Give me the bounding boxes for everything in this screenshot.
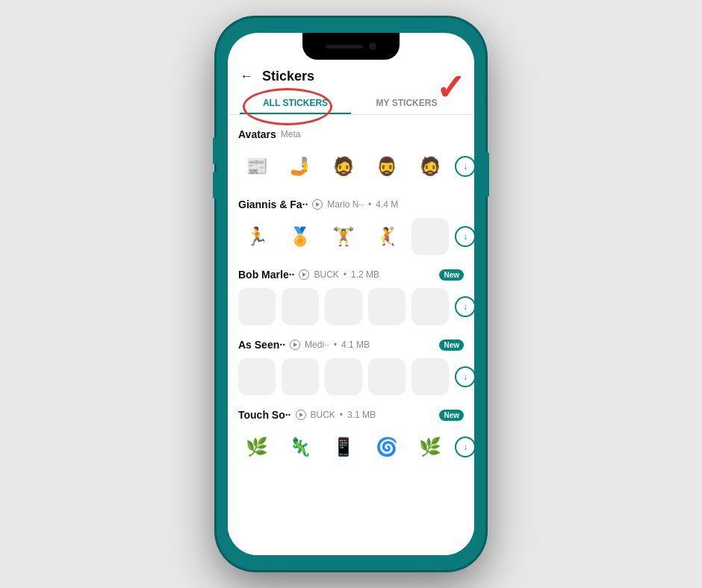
volume-down-button[interactable] — [213, 172, 217, 198]
back-button[interactable]: ← — [240, 69, 253, 84]
section-title-asseen: As Seen·· — [238, 339, 285, 351]
section-creator-giannis: Mario N·· — [327, 199, 364, 210]
download-button-asseen[interactable] — [455, 366, 474, 387]
speaker — [326, 45, 363, 49]
sticker-thumb[interactable] — [325, 358, 362, 395]
sticker-thumb[interactable]: 🤳 — [282, 148, 319, 185]
phone-screen: ← Stickers ALL STICKERS MY STICKERS — [228, 33, 474, 555]
header: ← Stickers ALL STICKERS MY STICKERS — [228, 60, 474, 115]
play-icon-bobmarle[interactable] — [299, 269, 309, 280]
sticker-thumb[interactable]: 🧔 — [325, 148, 362, 185]
sticker-thumb[interactable]: 🤾 — [368, 218, 406, 255]
sticker-thumb[interactable]: 🌿 — [411, 428, 449, 466]
sticker-thumb[interactable] — [238, 288, 276, 325]
sticker-thumb[interactable] — [238, 358, 276, 395]
play-icon-giannis[interactable] — [312, 199, 323, 210]
camera — [369, 43, 376, 50]
section-header-asseen: As Seen·· Medi·· • 4.1 MB New — [228, 331, 474, 355]
download-button-touchso[interactable] — [455, 437, 474, 457]
sticker-thumb[interactable] — [411, 288, 449, 325]
sticker-thumb[interactable]: 🏃 — [238, 218, 276, 255]
section-meta-avatars: Meta — [281, 129, 301, 140]
download-button-avatars[interactable] — [455, 156, 474, 177]
section-header-avatars: Avatars Meta — [228, 121, 474, 145]
section-creator-asseen: Medi·· — [305, 340, 329, 350]
sticker-list[interactable]: Avatars Meta 📰 🤳 🧔 🧔‍♂️ 🧔 — [228, 115, 474, 555]
section-title-touchso: Touch So·· — [238, 409, 291, 421]
sticker-thumb[interactable] — [282, 358, 319, 395]
tabs: ALL STICKERS MY STICKERS — [240, 92, 462, 114]
power-button[interactable] — [485, 152, 489, 197]
section-bobmarle: Bob Marle·· BUCK • 1.2 MB New — [228, 261, 474, 328]
new-badge-bobmarle: New — [439, 269, 464, 281]
section-header-bobmarle: Bob Marle·· BUCK • 1.2 MB New — [228, 261, 474, 285]
sticker-row-avatars: 📰 🤳 🧔 🧔‍♂️ 🧔 — [228, 145, 474, 188]
sticker-thumb[interactable] — [411, 218, 449, 255]
sticker-thumb[interactable] — [368, 358, 406, 395]
sticker-row-bobmarle — [228, 285, 474, 328]
download-button-bobmarle[interactable] — [455, 296, 474, 317]
play-icon-asseen[interactable] — [290, 340, 300, 350]
phone-frame: ← Stickers ALL STICKERS MY STICKERS — [217, 18, 485, 570]
new-badge-touchso: New — [439, 410, 464, 421]
section-header-touchso: Touch So·· BUCK • 3.1 MB New — [228, 401, 474, 425]
sticker-thumb[interactable]: 📱 — [325, 428, 362, 466]
section-creator-bobmarle: BUCK — [314, 269, 338, 280]
sticker-thumb[interactable]: 🏅 — [282, 218, 319, 255]
sticker-thumb[interactable]: 🧔 — [411, 148, 449, 185]
sticker-thumb[interactable]: 🦎 — [282, 428, 319, 466]
sticker-thumb[interactable] — [282, 288, 319, 325]
sticker-thumb[interactable] — [368, 288, 406, 325]
section-touchso: Touch So·· BUCK • 3.1 MB New 🌿 🦎 📱 🌀 🌿 — [228, 401, 474, 469]
sticker-thumb[interactable] — [325, 288, 362, 325]
volume-up-button[interactable] — [213, 137, 217, 164]
section-avatars: Avatars Meta 📰 🤳 🧔 🧔‍♂️ 🧔 — [228, 121, 474, 188]
sticker-thumb[interactable] — [411, 358, 449, 395]
screen-content: ← Stickers ALL STICKERS MY STICKERS — [228, 60, 474, 555]
sticker-thumb[interactable]: 🌿 — [238, 428, 276, 466]
sticker-thumb[interactable]: 🌀 — [368, 428, 406, 466]
sticker-thumb[interactable]: 🏋️ — [325, 218, 362, 255]
section-size-giannis: 4.4 M — [376, 199, 398, 210]
tab-all-stickers[interactable]: ALL STICKERS — [240, 92, 351, 114]
notch — [302, 33, 400, 60]
section-title-giannis: Giannis & Fa·· — [238, 198, 308, 210]
sticker-row-giannis: 🏃 🏅 🏋️ 🤾 — [228, 215, 474, 258]
sticker-thumb[interactable]: 📰 — [238, 148, 276, 185]
section-header-giannis: Giannis & Fa·· Mario N·· • 4.4 M — [228, 191, 474, 215]
new-badge-asseen: New — [439, 340, 464, 351]
section-creator-touchso: BUCK — [311, 410, 335, 420]
section-asseen: As Seen·· Medi·· • 4.1 MB New — [228, 331, 474, 398]
section-giannis: Giannis & Fa·· Mario N·· • 4.4 M 🏃 🏅 🏋️ … — [228, 191, 474, 258]
section-size-asseen: 4.1 MB — [341, 340, 370, 350]
section-title-bobmarle: Bob Marle·· — [238, 269, 294, 281]
sticker-thumb[interactable]: 🧔‍♂️ — [368, 148, 406, 185]
sticker-row-asseen — [228, 355, 474, 398]
section-title-avatars: Avatars — [238, 128, 276, 140]
header-top: ← Stickers — [240, 69, 462, 84]
sticker-row-touchso: 🌿 🦎 📱 🌀 🌿 — [228, 425, 474, 469]
section-size-touchso: 3.1 MB — [347, 410, 376, 420]
play-icon-touchso[interactable] — [296, 410, 306, 420]
page-title: Stickers — [262, 69, 314, 84]
tab-my-stickers[interactable]: MY STICKERS — [351, 92, 462, 114]
section-size-bobmarle: 1.2 MB — [351, 269, 379, 280]
download-button-giannis[interactable] — [455, 226, 474, 247]
